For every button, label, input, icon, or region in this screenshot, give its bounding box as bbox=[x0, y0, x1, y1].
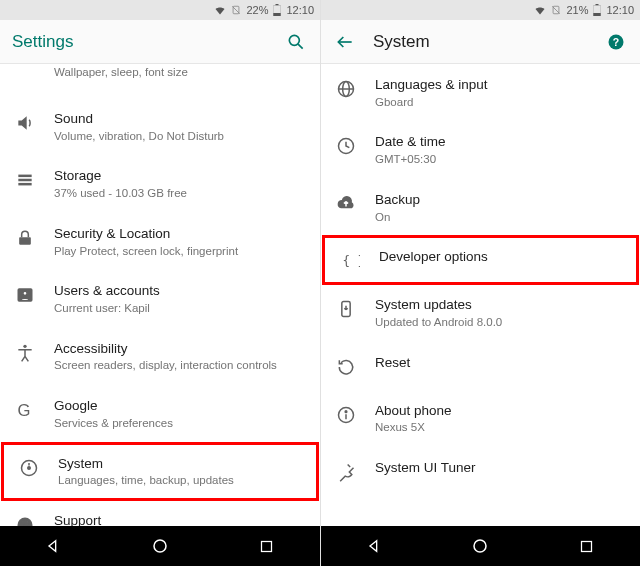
item-subtitle: Nexus 5X bbox=[375, 420, 626, 435]
status-bar: 21% 12:10 bbox=[321, 0, 640, 20]
svg-text:{ }: { } bbox=[343, 254, 361, 269]
list-item[interactable]: Languages & inputGboard bbox=[321, 64, 640, 121]
settings-screen: 22% 12:10 Settings Wallpaper, sleep, fon… bbox=[0, 0, 320, 566]
svg-point-13 bbox=[23, 345, 26, 348]
battery-icon bbox=[593, 4, 601, 16]
wifi-icon bbox=[214, 4, 226, 16]
svg-point-5 bbox=[289, 35, 299, 45]
list-item[interactable]: Users & accountsCurrent user: Kapil bbox=[0, 270, 320, 327]
battery-icon bbox=[273, 4, 281, 16]
page-title: System bbox=[373, 32, 588, 52]
item-subtitle: Current user: Kapil bbox=[54, 301, 306, 316]
users-icon bbox=[14, 284, 36, 306]
item-label: Reset bbox=[375, 354, 626, 372]
list-item[interactable]: About phoneNexus 5X bbox=[321, 390, 640, 447]
item-label: Accessibility bbox=[54, 340, 306, 358]
list-item[interactable]: System UI Tuner bbox=[321, 447, 640, 495]
accessibility-icon bbox=[14, 342, 36, 364]
help-button[interactable]: ? bbox=[604, 30, 628, 54]
storage-icon bbox=[14, 169, 36, 191]
system-icon bbox=[18, 457, 40, 479]
svg-rect-25 bbox=[596, 4, 599, 6]
svg-point-39 bbox=[474, 540, 486, 552]
item-label: Support bbox=[54, 512, 306, 526]
list-item[interactable]: BackupOn bbox=[321, 179, 640, 236]
nav-home-button[interactable] bbox=[470, 536, 490, 556]
item-subtitle: GMT+05:30 bbox=[375, 152, 626, 167]
item-subtitle: Services & preferences bbox=[54, 416, 306, 431]
system-screen: 21% 12:10 System ? Languages & inputGboa… bbox=[320, 0, 640, 566]
item-subtitle: Languages, time, backup, updates bbox=[58, 473, 302, 488]
status-bar: 22% 12:10 bbox=[0, 0, 320, 20]
item-label: Google bbox=[54, 397, 306, 415]
list-item[interactable]: GGoogleServices & preferences bbox=[0, 385, 320, 442]
no-sim-icon bbox=[231, 4, 241, 16]
sound-icon bbox=[14, 112, 36, 134]
android-nav-bar bbox=[0, 526, 320, 566]
battery-text: 21% bbox=[566, 4, 588, 16]
list-item[interactable]: Reset bbox=[321, 342, 640, 390]
list-item[interactable]: AccessibilityScreen readers, display, in… bbox=[0, 328, 320, 385]
list-item[interactable]: { }Developer options bbox=[322, 235, 639, 285]
google-icon: G bbox=[14, 399, 36, 421]
item-subtitle: Wallpaper, sleep, font size bbox=[54, 65, 306, 80]
svg-line-6 bbox=[298, 44, 303, 49]
search-button[interactable] bbox=[284, 30, 308, 54]
system-list[interactable]: Languages & inputGboardDate & timeGMT+05… bbox=[321, 64, 640, 526]
list-item[interactable]: System updatesUpdated to Android 8.0.0 bbox=[321, 284, 640, 341]
reset-icon bbox=[335, 356, 357, 378]
item-subtitle: 37% used - 10.03 GB free bbox=[54, 186, 306, 201]
nav-back-button[interactable] bbox=[364, 536, 384, 556]
svg-rect-4 bbox=[274, 6, 282, 14]
nav-home-button[interactable] bbox=[150, 536, 170, 556]
backup-icon bbox=[335, 193, 357, 215]
svg-text:?: ? bbox=[613, 35, 619, 47]
page-title: Settings bbox=[12, 32, 268, 52]
svg-point-16 bbox=[28, 467, 31, 470]
wifi-icon bbox=[534, 4, 546, 16]
clock-text: 12:10 bbox=[606, 4, 634, 16]
no-sim-icon bbox=[551, 4, 561, 16]
back-button[interactable] bbox=[333, 30, 357, 54]
list-item[interactable]: SystemLanguages, time, backup, updates bbox=[1, 442, 319, 501]
item-label: System UI Tuner bbox=[375, 459, 626, 477]
nav-back-button[interactable] bbox=[43, 536, 63, 556]
devopts-icon: { } bbox=[339, 250, 361, 272]
app-bar: Settings bbox=[0, 20, 320, 64]
item-subtitle: Screen readers, display, interaction con… bbox=[54, 358, 306, 373]
list-item[interactable]: Security & LocationPlay Protect, screen … bbox=[0, 213, 320, 270]
svg-rect-10 bbox=[19, 237, 31, 245]
item-label: Users & accounts bbox=[54, 282, 306, 300]
item-subtitle: Play Protect, screen lock, fingerprint bbox=[54, 244, 306, 259]
settings-list[interactable]: Wallpaper, sleep, font sizeSoundVolume, … bbox=[0, 64, 320, 526]
nav-recents-button[interactable] bbox=[577, 536, 597, 556]
lock-icon bbox=[14, 227, 36, 249]
list-item[interactable]: Storage37% used - 10.03 GB free bbox=[0, 155, 320, 212]
svg-point-20 bbox=[154, 540, 166, 552]
svg-rect-26 bbox=[594, 6, 602, 14]
item-subtitle: On bbox=[375, 210, 626, 225]
list-item[interactable]: Wallpaper, sleep, font size bbox=[0, 64, 320, 98]
support-icon: ? bbox=[14, 514, 36, 526]
item-label: Security & Location bbox=[54, 225, 306, 243]
sysupdate-icon bbox=[335, 298, 357, 320]
nav-recents-button[interactable] bbox=[257, 536, 277, 556]
clock-icon bbox=[335, 135, 357, 157]
item-subtitle: Updated to Android 8.0.0 bbox=[375, 315, 626, 330]
list-item[interactable]: ?SupportHelp articles, phone & chat supp… bbox=[0, 500, 320, 526]
svg-rect-3 bbox=[276, 4, 279, 6]
list-item[interactable]: Date & timeGMT+05:30 bbox=[321, 121, 640, 178]
item-label: Storage bbox=[54, 167, 306, 185]
list-item[interactable]: SoundVolume, vibration, Do Not Disturb bbox=[0, 98, 320, 155]
svg-point-12 bbox=[23, 292, 27, 296]
item-subtitle: Gboard bbox=[375, 95, 626, 110]
item-label: About phone bbox=[375, 402, 626, 420]
svg-text:?: ? bbox=[22, 520, 29, 526]
battery-text: 22% bbox=[246, 4, 268, 16]
about-icon bbox=[335, 404, 357, 426]
item-label: System updates bbox=[375, 296, 626, 314]
item-subtitle: Volume, vibration, Do Not Disturb bbox=[54, 129, 306, 144]
svg-rect-21 bbox=[262, 541, 272, 551]
svg-point-38 bbox=[345, 411, 347, 413]
language-icon bbox=[335, 78, 357, 100]
